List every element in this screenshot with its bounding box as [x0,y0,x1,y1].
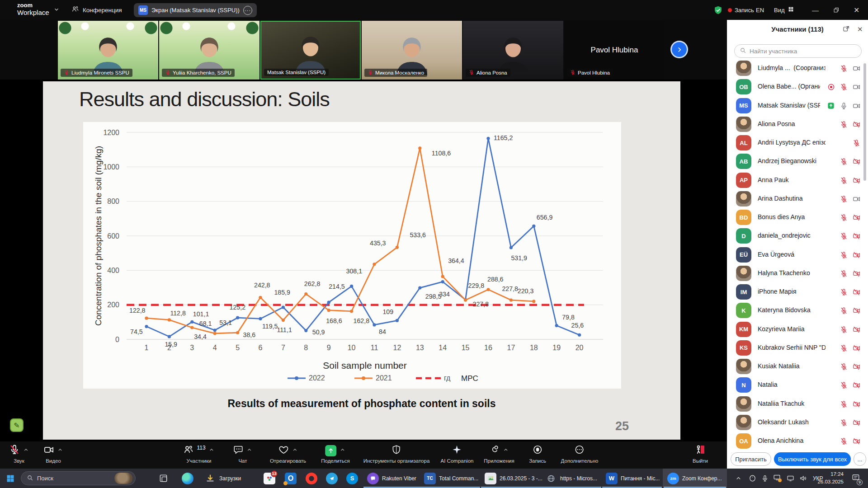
participant-search-input[interactable]: Найти участника [734,44,862,58]
avatar [736,396,751,412]
toolbar-chat-button[interactable]: Чат [233,445,252,464]
toolbar-react-button[interactable]: Отреагировать [270,445,306,464]
view-button[interactable]: Вид [774,0,794,20]
explorer-date-window-icon[interactable]: 26.03.2025 - 3 -... [485,469,542,488]
participant-row[interactable]: Arina Dashutina [727,190,868,208]
camera-icon [853,197,860,204]
restore-button[interactable] [833,0,840,20]
toolbar-participants-button[interactable]: 113Участники [183,445,214,464]
participant-row[interactable]: MSMatsak Stanislav (SSPU) [727,97,868,115]
https-document-icon[interactable]: https - Micros... [545,469,597,488]
task-view-button[interactable] [159,469,168,488]
tray-device-icon[interactable] [749,469,756,488]
video-tile[interactable]: Микола Москаленко [362,21,462,80]
mail-app-icon[interactable]: O [285,469,297,488]
participant-row[interactable]: Aliona Posna [727,115,868,134]
tray-recording-icon[interactable] [773,469,781,488]
svg-text:214,5: 214,5 [329,283,345,290]
participant-row[interactable]: OAOlena Anichkina [727,432,868,450]
muted-mic-icon [840,420,848,428]
participant-row[interactable]: Liudmyla ... (Соорганизатор, я) [727,59,868,78]
participant-row[interactable]: ABAndrzej Bieganowski [727,152,868,171]
chevron-up-icon[interactable] [23,446,29,455]
video-tile[interactable]: Aliona Posna [463,21,563,80]
invite-button[interactable]: Пригласить [731,452,771,466]
video-tile[interactable]: Matsak Stanislav (SSPU) [260,21,361,80]
toolbar-audio-button[interactable]: Звук [9,445,29,464]
participant-row[interactable]: KMKozyrieva Mariia [727,320,868,339]
participant-name: Natalia [758,381,826,388]
taskbar-search-input[interactable]: Поиск [21,471,136,485]
language-button[interactable]: EN [756,0,764,20]
logo-workplace-text: Workplace [17,9,49,16]
toolbar-leave-button[interactable]: Выйти [693,445,708,464]
start-button[interactable] [6,469,14,488]
participant-row[interactable]: Nataliia Tkachuk [727,395,868,413]
tab-options-icon[interactable]: ··· [243,6,252,15]
participant-name-label: Yuliia Kharchenko, SSPU [162,69,235,77]
chevron-up-icon[interactable] [209,446,215,455]
participant-row[interactable]: Halyna Tkachenko [727,264,868,283]
svg-text:1108,6: 1108,6 [432,150,451,157]
video-tile[interactable]: Pavol Hlubina Pavol Hlubina [564,21,665,80]
participant-row[interactable]: Kusiak Nataliia [727,357,868,376]
chevron-up-icon[interactable] [340,446,345,455]
tray-mic-icon[interactable] [761,469,769,488]
toolbar-share-button[interactable]: Поделиться [321,445,350,464]
toolbar-more-button[interactable]: Дополнительно [561,445,599,464]
toolbar-ai-companion-button[interactable]: AI Companion [441,445,474,464]
participant-row[interactable]: APAnna Pauk [727,171,868,190]
more-options-button[interactable]: ... [854,452,866,466]
participant-row[interactable]: ALAndrii Lysytsya ДС епізоотології Н... [727,134,868,152]
minimize-button[interactable]: — [812,0,821,20]
edge-browser-icon[interactable] [182,469,193,488]
more-videos-button[interactable] [672,42,687,57]
participant-row[interactable]: Ddaniela_ondrejovic [727,227,868,245]
word-document-icon[interactable]: WПитання - Міс... [606,469,660,488]
video-tile[interactable]: Yuliia Kharchenko, SSPU [159,21,259,80]
downloads-button[interactable]: Загрузки [204,469,241,488]
paint-app-icon[interactable]: 13 [264,469,275,488]
participant-row[interactable]: NNatalia [727,376,868,394]
chevron-up-icon[interactable] [57,446,63,455]
toolbar-record-button[interactable]: Запись [529,445,546,464]
telegram-app-icon[interactable] [326,469,338,488]
muted-mic-icon [840,290,848,297]
tray-expand-icon[interactable] [735,469,742,488]
chevron-up-icon[interactable] [292,446,297,455]
tab-screen-share[interactable]: MS Экран (Matsak Stanislav (SSPU)) ··· [134,3,257,17]
participant-row[interactable]: IMiPhone Марія [727,283,868,301]
participants-scrollbar[interactable] [863,63,866,181]
tab-conference[interactable]: Конференция [71,4,122,16]
security-shield-icon[interactable] [713,0,723,20]
chevron-up-icon[interactable] [246,446,252,455]
opera-browser-icon[interactable] [306,469,317,488]
viber-app-icon[interactable]: Rakuten Viber [367,469,416,488]
total-commander-icon[interactable]: TCTotal Comman... [424,469,478,488]
popout-icon[interactable] [843,25,850,34]
workspace-chevron-icon[interactable] [53,6,60,14]
close-button[interactable]: ✕ [854,0,863,20]
skype-app-icon[interactable]: S [346,469,358,488]
participant-row[interactable]: BDBonus dies Anya [727,208,868,227]
participant-row[interactable]: OBOlena Babe... (Организатор) [727,78,868,96]
camera-icon [853,66,860,74]
participant-row[interactable]: KKateryna Bidovska [727,301,868,320]
annotation-tool-button[interactable]: ✎ [10,418,24,432]
action-center-button[interactable]: 9 [852,469,860,488]
toolbar-apps-button[interactable]: Приложения [484,445,514,464]
video-tile[interactable]: Liudmyla Mironets SSPU [58,21,158,80]
tray-network-icon[interactable] [787,469,794,488]
toolbar-host-tools-button[interactable]: Инструменты организатора [363,445,430,464]
participant-row[interactable]: EÜEva Ürgeová [727,246,868,264]
zoom-app-icon[interactable]: zmZoom Конфер... [667,469,722,488]
mute-all-button[interactable]: Выключить звук для всех [774,452,851,466]
svg-text:19: 19 [552,344,561,352]
toolbar-video-button[interactable]: Видео [44,445,63,464]
chevron-up-icon[interactable] [503,446,509,455]
close-panel-icon[interactable]: ✕ [857,25,863,33]
tray-volume-icon[interactable] [799,469,807,488]
participant-row[interactable]: KSKubrakov Serhii NNP "Desnyan... [727,339,868,357]
tray-clock[interactable]: 17:2426.03.2025 [817,470,844,486]
participant-row[interactable]: Oleksandr Lukash [727,413,868,432]
